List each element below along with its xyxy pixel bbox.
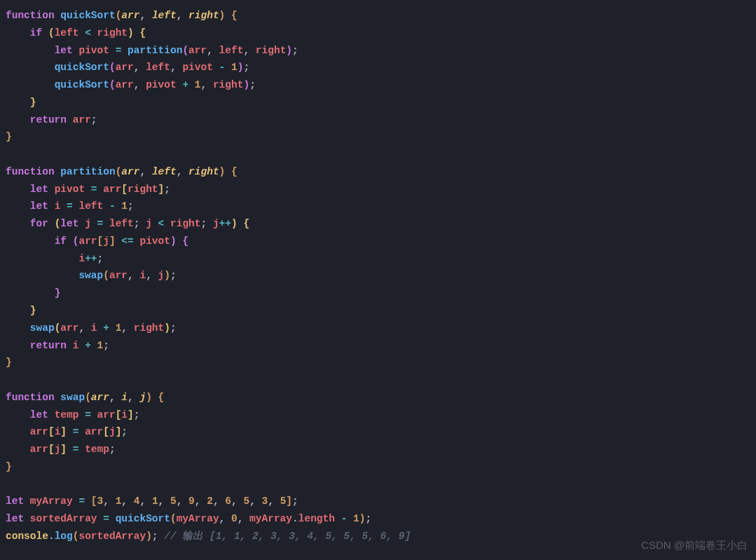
token-punct: , [207, 45, 219, 56]
token-punct: , [128, 392, 139, 403]
code-line[interactable]: swap(arr, i + 1, right); [6, 320, 750, 337]
token-variable: pivot [139, 235, 170, 247]
token-variable: i [139, 270, 146, 281]
token-variable: left [109, 218, 134, 229]
token-brace: ] [109, 235, 116, 247]
code-line[interactable]: return i + 1; [6, 337, 750, 355]
token-kw: function [6, 392, 60, 403]
token-punct [6, 409, 30, 421]
code-line[interactable]: } [6, 354, 750, 371]
token-kw: let [60, 218, 78, 229]
token-punct: , [121, 322, 133, 334]
code-line[interactable]: for (let j = left; j < right; j++) { [6, 215, 750, 233]
code-line[interactable]: console.log(sortedArray); // 输出 [1, 1, 2… [6, 528, 750, 545]
code-line[interactable]: arr[j] = temp; [6, 441, 750, 458]
code-line[interactable]: function quickSort(arr, left, right) { [6, 7, 750, 25]
code-line[interactable]: let pivot = partition(arr, left, right); [6, 42, 750, 60]
token-brace: ) [219, 166, 226, 177]
token-punct: ; [365, 513, 371, 524]
code-line[interactable] [6, 146, 750, 163]
token-variable: j [109, 426, 116, 437]
token-punct [78, 27, 85, 39]
token-num: 1 [353, 513, 359, 524]
token-variable: i [121, 409, 128, 421]
code-line[interactable]: function partition(arr, left, right) { [6, 163, 750, 181]
token-brace: ) [164, 270, 170, 281]
token-punct: ; [91, 114, 97, 125]
token-punct [6, 287, 55, 299]
token-punct [67, 235, 73, 247]
code-line[interactable]: } [6, 302, 750, 320]
token-punct [24, 513, 30, 524]
code-line[interactable]: let sortedArray = quickSort(myArray, 0, … [6, 510, 750, 528]
token-brace: { [231, 10, 238, 21]
code-line[interactable]: } [6, 285, 750, 302]
token-kw: if [55, 235, 67, 247]
token-variable: pivot [78, 45, 109, 56]
code-editor[interactable]: function quickSort(arr, left, right) { i… [6, 7, 750, 545]
token-num: 2 [207, 496, 213, 507]
token-punct [6, 235, 55, 247]
token-punct [6, 444, 30, 455]
token-punct [91, 218, 97, 229]
token-brace-y: ] [128, 409, 134, 421]
code-line[interactable]: return arr; [6, 111, 750, 129]
token-brace: [ [91, 496, 97, 507]
token-variable: arr [116, 62, 134, 73]
token-punct: , [146, 270, 158, 281]
token-brace: ( [85, 392, 91, 403]
token-brace: ( [170, 513, 177, 524]
token-op: = [67, 200, 73, 212]
token-punct [24, 496, 30, 507]
token-variable: myArray [30, 496, 73, 507]
code-line[interactable]: if (arr[j] <= pivot) { [6, 233, 750, 250]
code-line[interactable]: let i = left - 1; [6, 198, 750, 215]
token-punct [6, 27, 30, 39]
code-line[interactable]: let temp = arr[i]; [6, 407, 750, 424]
token-punct: , [134, 79, 146, 90]
code-line[interactable]: function swap(arr, i, j) { [6, 389, 750, 407]
token-kw: let [6, 496, 24, 507]
token-punct [152, 218, 158, 229]
code-line[interactable]: i++; [6, 250, 750, 268]
token-brace: } [6, 461, 12, 472]
token-brace: ( [103, 270, 109, 281]
code-line[interactable] [6, 476, 750, 493]
code-line[interactable] [6, 371, 750, 389]
token-brace-y: ] [60, 444, 67, 455]
token-variable: arr [97, 409, 116, 421]
token-variable: arr [109, 270, 128, 281]
token-punct: , [139, 10, 151, 21]
code-line[interactable]: let pivot = arr[right]; [6, 181, 750, 198]
token-variable: arr [73, 114, 91, 125]
code-line[interactable]: } [6, 94, 750, 111]
token-op: + [85, 340, 91, 351]
token-punct [85, 496, 91, 507]
code-line[interactable]: swap(arr, i, j); [6, 267, 750, 285]
token-punct [109, 513, 116, 524]
token-punct [85, 184, 91, 195]
code-line[interactable]: arr[i] = arr[j]; [6, 423, 750, 441]
token-punct [6, 340, 30, 351]
code-line[interactable]: let myArray = [3, 1, 4, 1, 5, 9, 2, 6, 5… [6, 493, 750, 510]
token-punct: , [109, 392, 121, 403]
token-punct [67, 426, 73, 437]
code-line[interactable]: quickSort(arr, pivot + 1, right); [6, 76, 750, 94]
token-punct: , [170, 62, 182, 73]
token-brace-y: [ [48, 426, 55, 437]
code-line[interactable]: } [6, 128, 750, 146]
code-line[interactable]: quickSort(arr, left, pivot - 1); [6, 59, 750, 76]
token-punct [225, 62, 231, 73]
token-punct: ; [97, 253, 104, 264]
token-variable: right [256, 45, 287, 56]
token-punct [48, 409, 55, 421]
token-kw: let [30, 184, 48, 195]
token-punct [6, 270, 78, 281]
token-variable: arr [78, 235, 97, 247]
code-line[interactable]: if (left < right) { [6, 25, 750, 42]
code-line[interactable]: } [6, 458, 750, 476]
token-fn: quickSort [60, 10, 115, 21]
token-brace-y: [ [121, 184, 128, 195]
token-param: arr [121, 10, 139, 21]
token-variable: arr [103, 184, 121, 195]
